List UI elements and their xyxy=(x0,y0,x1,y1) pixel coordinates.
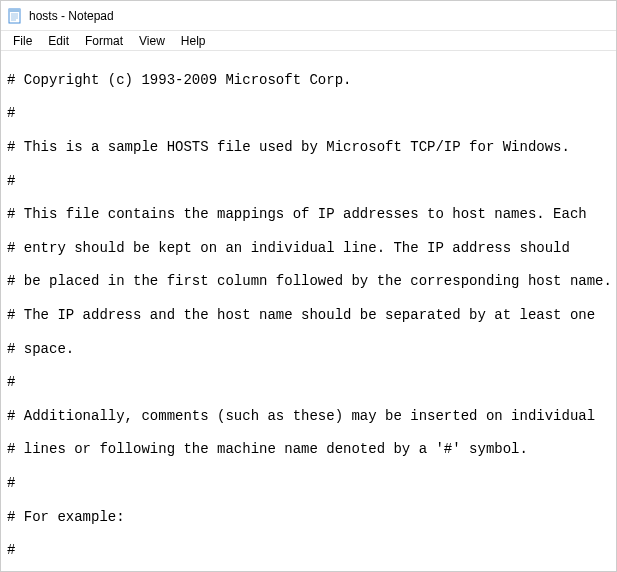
text-line: # xyxy=(7,475,610,492)
menu-format[interactable]: Format xyxy=(77,34,131,48)
menu-view[interactable]: View xyxy=(131,34,173,48)
text-line: # xyxy=(7,374,610,391)
text-line: # xyxy=(7,542,610,559)
svg-rect-1 xyxy=(9,9,20,12)
text-line: # The IP address and the host name shoul… xyxy=(7,307,610,324)
menu-help[interactable]: Help xyxy=(173,34,214,48)
menu-file[interactable]: File xyxy=(5,34,40,48)
text-line: # lines or following the machine name de… xyxy=(7,441,610,458)
text-line: # xyxy=(7,173,610,190)
window-title: hosts - Notepad xyxy=(29,9,114,23)
text-line: # entry should be kept on an individual … xyxy=(7,240,610,257)
text-line: # space. xyxy=(7,341,610,358)
text-line: # xyxy=(7,105,610,122)
titlebar: hosts - Notepad xyxy=(1,1,616,31)
text-line: # This is a sample HOSTS file used by Mi… xyxy=(7,139,610,156)
notepad-icon xyxy=(7,8,23,24)
text-content[interactable]: # Copyright (c) 1993-2009 Microsoft Corp… xyxy=(1,51,616,572)
text-line: # For example: xyxy=(7,509,610,526)
menu-edit[interactable]: Edit xyxy=(40,34,77,48)
text-line: # be placed in the first column followed… xyxy=(7,273,610,290)
menubar: File Edit Format View Help xyxy=(1,31,616,51)
text-line: # Additionally, comments (such as these)… xyxy=(7,408,610,425)
text-line: # This file contains the mappings of IP … xyxy=(7,206,610,223)
text-line: # Copyright (c) 1993-2009 Microsoft Corp… xyxy=(7,72,610,89)
